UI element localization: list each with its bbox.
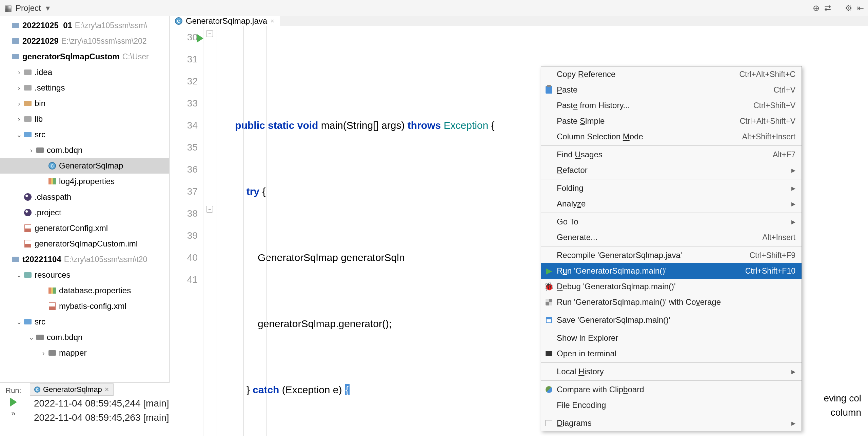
fold-icon[interactable]: − <box>206 206 213 213</box>
tree-item[interactable]: ›com.bdqn <box>0 142 169 158</box>
menu-item[interactable]: Generate...Alt+Insert <box>541 230 802 245</box>
tree-item[interactable]: CGeneratorSqlmap <box>0 158 169 174</box>
menu-item-label: Save 'GeneratorSqlmap.main()' <box>557 315 670 325</box>
menu-item[interactable]: Folding▸ <box>541 180 802 196</box>
tree-item[interactable]: generatorSqlmapCustomC:\User <box>0 49 169 64</box>
java-class-icon: C <box>47 161 57 171</box>
tree-item[interactable]: generatorSqlmapCustom.iml <box>0 236 169 252</box>
menu-item[interactable]: Paste SimpleCtrl+Alt+Shift+V <box>541 113 802 129</box>
tree-item[interactable]: .classpath <box>0 189 169 205</box>
tree-item[interactable]: ⌄com.bdqn <box>0 330 169 345</box>
tree-item[interactable]: log4j.properties <box>0 174 169 189</box>
tree-item-label: generatorSqlmapCustom.iml <box>35 239 138 249</box>
tree-item[interactable]: mybatis-config.xml <box>0 298 169 314</box>
expand-arrow-icon[interactable]: ⌄ <box>15 271 23 279</box>
menu-item[interactable]: Find UsagesAlt+F7 <box>541 147 802 162</box>
expand-arrow-icon[interactable]: › <box>15 115 23 123</box>
tree-item[interactable]: database.properties <box>0 283 169 298</box>
menu-item-label: Find Usages <box>557 150 603 159</box>
xml-icon <box>47 301 57 311</box>
line-number: 30 <box>170 26 198 48</box>
menu-item[interactable]: Save 'GeneratorSqlmap.main()' <box>541 312 802 328</box>
tree-item[interactable]: ⌄src <box>0 314 169 330</box>
tree-item[interactable]: .project <box>0 205 169 220</box>
menu-shortcut: Alt+Insert <box>762 233 795 242</box>
menu-item[interactable]: 🐞Debug 'GeneratorSqlmap.main()' <box>541 279 802 294</box>
expand-arrow-icon[interactable]: › <box>15 100 23 107</box>
paste-icon <box>545 85 553 94</box>
tree-item-label: .project <box>35 208 61 217</box>
tree-item-path: E:\zry\a105ssm\ssm\ <box>75 21 147 30</box>
folder-icon <box>11 52 20 61</box>
folder-icon <box>11 255 20 264</box>
expand-arrow-icon[interactable]: ⌄ <box>27 333 35 341</box>
menu-item-label: Debug 'GeneratorSqlmap.main()' <box>557 282 676 291</box>
menu-item-label: Refactor <box>557 165 588 175</box>
editor-tab-bar: C GeneratorSqlmap.java × <box>170 16 868 26</box>
submenu-arrow-icon: ▸ <box>791 418 795 428</box>
tree-item-label: t20221104 <box>22 255 61 264</box>
expand-arrow-icon[interactable]: › <box>15 84 23 92</box>
project-label[interactable]: Project <box>16 3 41 13</box>
save-icon <box>545 316 553 324</box>
locate-icon[interactable]: ⇄ <box>824 3 831 13</box>
menu-item[interactable]: Local History▸ <box>541 364 802 379</box>
menu-item[interactable]: Show in Explorer <box>541 330 802 346</box>
menu-item[interactable]: ▶Run 'GeneratorSqlmap.main()'Ctrl+Shift+… <box>541 263 802 279</box>
tree-item-label: lib <box>35 114 43 124</box>
menu-item[interactable]: Refactor▸ <box>541 162 802 178</box>
folder-icon <box>35 145 45 155</box>
menu-item[interactable]: Paste from History...Ctrl+Shift+V <box>541 98 802 113</box>
tree-item[interactable]: 20221025_01E:\zry\a105ssm\ssm\ <box>0 18 169 33</box>
collapse-icon[interactable]: ⊕ <box>813 3 820 13</box>
expand-arrow-icon[interactable]: › <box>39 349 47 357</box>
more-icon[interactable]: » <box>11 409 15 418</box>
menu-separator <box>541 145 802 146</box>
menu-item[interactable]: Copy ReferenceCtrl+Alt+Shift+C <box>541 66 802 82</box>
menu-item[interactable]: Diagrams▸ <box>541 415 802 431</box>
gear-icon[interactable]: ⚙ <box>845 3 852 13</box>
folder-icon <box>23 270 33 280</box>
close-icon[interactable]: × <box>105 385 109 394</box>
menu-item[interactable]: PasteCtrl+V <box>541 82 802 98</box>
tree-item-label: log4j.properties <box>59 177 115 186</box>
tree-item[interactable]: generatorConfig.xml <box>0 220 169 236</box>
xml-icon <box>23 223 33 233</box>
run-tab[interactable]: C GeneratorSqlmap × <box>30 383 114 396</box>
menu-item[interactable]: File Encoding <box>541 397 802 413</box>
tree-item[interactable]: ›.idea <box>0 64 169 80</box>
line-number: 38 <box>170 202 198 224</box>
project-dropdown-icon[interactable]: ▾ <box>46 3 50 13</box>
menu-item[interactable]: Column Selection ModeAlt+Shift+Insert <box>541 129 802 144</box>
menu-item[interactable]: Compare with Clipboard <box>541 382 802 397</box>
tree-item[interactable]: ›mapper <box>0 345 169 361</box>
expand-arrow-icon[interactable]: ⌄ <box>15 131 23 139</box>
tree-item[interactable]: t20221104E:\zry\a105ssm\ssm\t20 <box>0 252 169 267</box>
menu-item[interactable]: Open in terminal <box>541 346 802 361</box>
fold-icon[interactable]: − <box>206 30 213 37</box>
tree-item[interactable]: ›lib <box>0 111 169 127</box>
menu-separator <box>541 414 802 414</box>
tree-item[interactable]: ⌄resources <box>0 267 169 283</box>
expand-arrow-icon[interactable]: › <box>27 146 35 154</box>
menu-item[interactable]: Recompile 'GeneratorSqlmap.java'Ctrl+Shi… <box>541 247 802 263</box>
menu-item[interactable]: Analyze▸ <box>541 196 802 212</box>
tree-item[interactable]: ›bin <box>0 96 169 111</box>
file-tab[interactable]: C GeneratorSqlmap.java × <box>170 16 280 26</box>
close-icon[interactable]: × <box>271 18 274 25</box>
run-icon[interactable] <box>10 398 17 407</box>
expand-arrow-icon[interactable]: › <box>15 68 23 76</box>
menu-item[interactable]: Go To▸ <box>541 214 802 230</box>
gutter-run-icon[interactable] <box>197 34 203 43</box>
tree-item[interactable]: 20221029E:\zry\a105ssm\ssm\202 <box>0 33 169 49</box>
java-class-icon: C <box>34 387 40 393</box>
run-label: Run: <box>5 386 21 395</box>
folder-icon <box>11 21 20 30</box>
expand-arrow-icon[interactable]: ⌄ <box>15 318 23 326</box>
project-icon: ▦ <box>4 4 12 12</box>
tree-item[interactable]: ⌄src <box>0 127 169 142</box>
tree-item[interactable]: ›.settings <box>0 80 169 96</box>
menu-item[interactable]: Run 'GeneratorSqlmap.main()' with Covera… <box>541 294 802 310</box>
tree-item-label: 20221029 <box>22 36 59 46</box>
hide-icon[interactable]: ⇤ <box>857 3 864 13</box>
